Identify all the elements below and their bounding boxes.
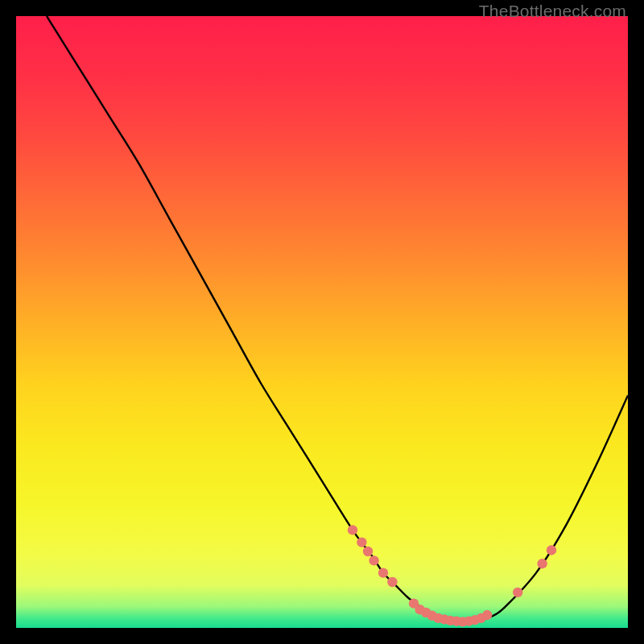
marker-point: [547, 545, 556, 555]
marker-point: [357, 537, 366, 547]
marker-point: [363, 547, 373, 556]
marker-point: [387, 577, 397, 587]
marker-point: [513, 588, 522, 597]
chart-frame: [16, 16, 628, 628]
marker-point: [482, 610, 492, 620]
marker-point: [537, 559, 547, 568]
marker-point: [378, 568, 388, 577]
attribution-text: TheBottleneck.com: [479, 2, 626, 21]
bottleneck-chart: [16, 16, 628, 628]
gradient-background: [16, 16, 628, 628]
marker-point: [369, 555, 378, 565]
marker-point: [348, 525, 357, 535]
